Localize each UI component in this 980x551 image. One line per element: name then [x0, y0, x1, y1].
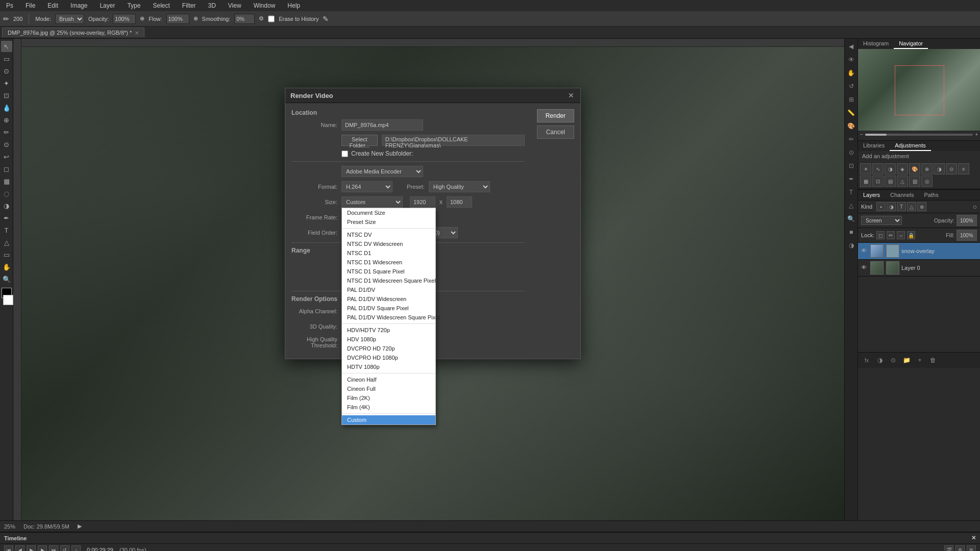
- expand-icon[interactable]: ▶: [78, 523, 82, 530]
- vibrance-adj-icon[interactable]: ◈: [897, 163, 908, 174]
- dropdown-item-film-4k[interactable]: Film (4K): [342, 403, 435, 412]
- menu-type[interactable]: Type: [125, 1, 142, 10]
- lock-image-icon[interactable]: ✏: [887, 231, 895, 239]
- new-layer-icon[interactable]: +: [914, 355, 925, 366]
- rotate-icon[interactable]: ↺: [846, 81, 857, 92]
- text-tool[interactable]: T: [1, 224, 12, 236]
- text-filter-icon[interactable]: T: [897, 202, 906, 211]
- eyedropper-tool[interactable]: 💧: [1, 102, 12, 113]
- menu-ps[interactable]: Ps: [4, 1, 15, 10]
- menu-edit[interactable]: Edit: [45, 1, 60, 10]
- shape2-icon[interactable]: △: [846, 200, 857, 211]
- shape-filter-icon[interactable]: △: [907, 202, 916, 211]
- size-select[interactable]: Custom: [341, 196, 403, 208]
- dropdown-item-ntsc-d1-sq[interactable]: NTSC D1 Square Pixel: [342, 267, 435, 276]
- pen-tool[interactable]: ✒: [1, 212, 12, 223]
- play-button[interactable]: ▶: [27, 545, 36, 551]
- gradient-tool[interactable]: ▦: [1, 176, 12, 187]
- tab-adjustments[interactable]: Adjustments: [890, 141, 931, 151]
- preset-select[interactable]: High Quality: [429, 181, 490, 192]
- brush2-icon[interactable]: ✏: [846, 134, 857, 145]
- pen2-icon[interactable]: ✒: [846, 173, 857, 185]
- audio-button[interactable]: ♪: [71, 545, 81, 551]
- grid-icon[interactable]: ⊞: [846, 94, 857, 105]
- filter-toggle[interactable]: ○: [973, 203, 977, 211]
- erase-history-checkbox[interactable]: [268, 14, 275, 24]
- menu-layer[interactable]: Layer: [97, 1, 117, 10]
- visibility-icon-snow[interactable]: 👁: [861, 247, 868, 255]
- brush-tool[interactable]: ✏: [1, 127, 12, 138]
- select2-icon[interactable]: ⊡: [846, 160, 857, 171]
- hand-tool[interactable]: ✋: [1, 261, 12, 272]
- invert-adj-icon[interactable]: ⊡: [872, 176, 884, 187]
- dropdown-item-ntsc-d1-wide-sq[interactable]: NTSC D1 Widescreen Square Pixel: [342, 276, 435, 285]
- photo-filter-adj-icon[interactable]: ⊙: [946, 163, 957, 174]
- select-folder-button[interactable]: Select Folder...: [341, 135, 378, 146]
- format-select[interactable]: H.264: [341, 181, 393, 192]
- dropdown-item-hdtv-1080[interactable]: HDTV 1080p: [342, 362, 435, 371]
- menu-window[interactable]: Window: [252, 1, 278, 10]
- go-start-button[interactable]: ⏮: [4, 545, 13, 551]
- timeline-collapse-icon[interactable]: ✕: [971, 535, 976, 541]
- background-color[interactable]: [3, 295, 13, 305]
- menu-select[interactable]: Select: [151, 1, 172, 10]
- dropdown-item-dvcpro-720[interactable]: DVCPRO HD 720p: [342, 344, 435, 353]
- clone-tool[interactable]: ⊙: [1, 139, 12, 150]
- dropdown-item-dvcpro-1080[interactable]: DVCPRO HD 1080p: [342, 353, 435, 362]
- blur-tool[interactable]: ◌: [1, 188, 12, 199]
- dropdown-item-document-size[interactable]: Document Size: [342, 208, 435, 217]
- dropdown-item-ntsc-dv-wide[interactable]: NTSC DV Widescreen: [342, 239, 435, 248]
- expand-timeline-button[interactable]: ⊞: [967, 545, 976, 551]
- stamp-icon[interactable]: ⊙: [846, 147, 857, 158]
- move-tool[interactable]: ↖: [1, 41, 12, 52]
- fill-input[interactable]: [957, 230, 977, 241]
- dropdown-item-cineon-full[interactable]: Cineon Full: [342, 384, 435, 393]
- lock-position-icon[interactable]: ↔: [897, 231, 905, 239]
- document-tab[interactable]: DMP_8976a.jpg @ 25% (snow-overlay, RGB/8…: [2, 28, 144, 37]
- zoom-in-icon[interactable]: +: [975, 132, 978, 137]
- tab-histogram[interactable]: Histogram: [858, 39, 894, 49]
- adjustment-add-icon[interactable]: ⊙: [888, 355, 899, 366]
- color-lookup-adj-icon[interactable]: ▦: [860, 176, 871, 187]
- tab-paths[interactable]: Paths: [919, 190, 944, 200]
- dropdown-item-preset-size[interactable]: Preset Size: [342, 217, 435, 227]
- tab-close-button[interactable]: ✕: [135, 30, 139, 36]
- crop-tool[interactable]: ⊡: [1, 90, 12, 101]
- text2-icon[interactable]: T: [846, 187, 857, 198]
- dropdown-item-hdv-720p[interactable]: HDV/HDTV 720p: [342, 325, 435, 335]
- visibility-icon-layer0[interactable]: 👁: [861, 264, 868, 271]
- tab-layers[interactable]: Layers: [858, 190, 885, 200]
- curves-adj-icon[interactable]: ∿: [872, 163, 884, 174]
- shape-tool[interactable]: ▭: [1, 249, 12, 260]
- layer-item-layer0[interactable]: 👁 Layer 0: [858, 260, 980, 277]
- exposure-adj-icon[interactable]: ◑: [885, 163, 896, 174]
- layer-item-snow-overlay[interactable]: 👁 snow-overlay: [858, 243, 980, 260]
- dropdown-item-film-2k[interactable]: Film (2K): [342, 393, 435, 403]
- go-end-button[interactable]: ⏭: [49, 545, 58, 551]
- render-button[interactable]: Render: [537, 109, 574, 122]
- lock-transparent-icon[interactable]: ◻: [876, 231, 885, 239]
- hand-icon[interactable]: ✋: [846, 67, 857, 79]
- color-square-icon[interactable]: ■: [846, 227, 857, 238]
- channel-mixer-adj-icon[interactable]: ≡: [958, 163, 969, 174]
- group-icon[interactable]: 📁: [901, 355, 912, 366]
- hue-adj-icon[interactable]: 🎨: [909, 163, 920, 174]
- magic-wand-tool[interactable]: ✦: [1, 78, 12, 89]
- dropdown-item-custom[interactable]: Custom: [342, 415, 435, 424]
- posterize-adj-icon[interactable]: ▤: [885, 176, 896, 187]
- modal-close-button[interactable]: ✕: [567, 91, 575, 99]
- path-tool[interactable]: △: [1, 237, 12, 248]
- eraser-tool[interactable]: ◻: [1, 163, 12, 174]
- dropdown-item-pal-d1-sq[interactable]: PAL D1/DV Square Pixel: [342, 304, 435, 313]
- color-balance-adj-icon[interactable]: ⊕: [921, 163, 933, 174]
- menu-help[interactable]: Help: [285, 1, 302, 10]
- prev-frame-button[interactable]: ◀: [15, 545, 24, 551]
- zoom-tool[interactable]: 🔍: [1, 273, 12, 285]
- encoder-select[interactable]: Adobe Media Encoder: [341, 166, 423, 177]
- smoothing-input[interactable]: [234, 14, 255, 24]
- eyeball-icon[interactable]: 👁: [846, 54, 857, 65]
- tab-navigator[interactable]: Navigator: [894, 39, 928, 49]
- height-input[interactable]: [447, 196, 472, 208]
- menu-view[interactable]: View: [226, 1, 243, 10]
- dropdown-item-ntsc-dv[interactable]: NTSC DV: [342, 230, 435, 239]
